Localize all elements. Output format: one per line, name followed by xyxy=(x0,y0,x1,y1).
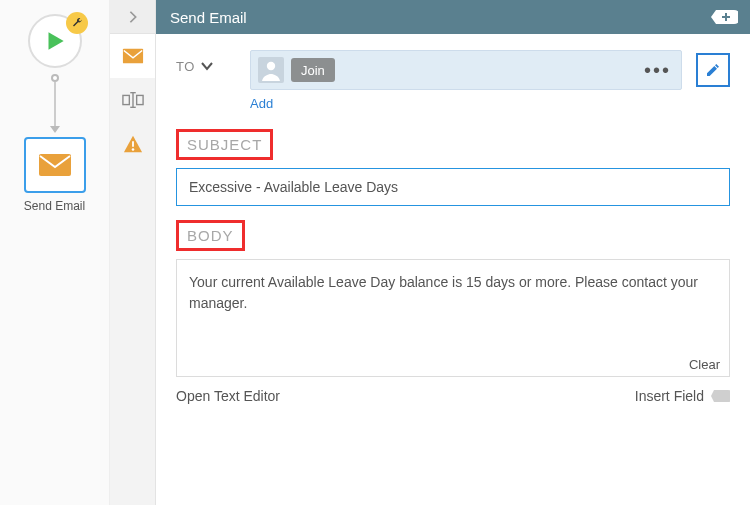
recipient-chip[interactable]: Join xyxy=(291,58,335,82)
subject-label: SUBJECT xyxy=(187,136,262,153)
body-label: BODY xyxy=(187,227,234,244)
body-textarea[interactable] xyxy=(176,259,730,377)
svg-point-12 xyxy=(267,62,275,70)
open-text-editor-link[interactable]: Open Text Editor xyxy=(176,388,280,404)
side-rail xyxy=(110,0,156,505)
rail-tab-field[interactable] xyxy=(110,78,155,122)
rail-tab-warning[interactable] xyxy=(110,122,155,166)
panel-header: Send Email xyxy=(156,0,750,34)
svg-rect-0 xyxy=(39,154,71,176)
field-tag-icon xyxy=(710,389,730,403)
chevron-down-icon xyxy=(201,61,213,71)
details-panel: Send Email TO xyxy=(156,0,750,505)
svg-rect-3 xyxy=(136,95,142,104)
to-expand[interactable] xyxy=(201,58,213,74)
connector-line xyxy=(50,74,60,133)
body-highlight-box: BODY xyxy=(176,220,245,251)
clear-body-link[interactable]: Clear xyxy=(689,357,720,372)
chevron-right-icon xyxy=(128,10,138,24)
send-email-node-label: Send Email xyxy=(24,199,85,213)
svg-point-8 xyxy=(131,148,134,151)
insert-field-link[interactable]: Insert Field xyxy=(635,388,730,404)
to-label: TO xyxy=(176,59,195,74)
wrench-icon xyxy=(71,17,83,29)
start-node[interactable] xyxy=(28,14,82,68)
recipient-chip-area[interactable]: Join ••• xyxy=(250,50,682,90)
rail-tab-email[interactable] xyxy=(110,34,155,78)
collapse-button[interactable] xyxy=(110,0,155,34)
edit-recipients-button[interactable] xyxy=(696,53,730,87)
wrench-badge[interactable] xyxy=(66,12,88,34)
tag-plus-icon xyxy=(710,8,738,26)
add-recipient-link[interactable]: Add xyxy=(250,96,273,111)
svg-rect-2 xyxy=(122,95,128,104)
insert-field-label: Insert Field xyxy=(635,388,704,404)
svg-rect-1 xyxy=(122,49,142,64)
pencil-icon xyxy=(705,62,721,78)
more-recipients-button[interactable]: ••• xyxy=(640,59,675,82)
subject-highlight-box: SUBJECT xyxy=(176,129,273,160)
warning-icon xyxy=(122,134,144,154)
text-field-icon xyxy=(122,90,144,110)
subject-input[interactable] xyxy=(176,168,730,206)
panel-title: Send Email xyxy=(170,9,710,26)
send-email-node[interactable] xyxy=(24,137,86,193)
play-icon xyxy=(42,28,68,54)
recipient-chip-label: Join xyxy=(301,63,325,78)
avatar-icon xyxy=(257,56,285,84)
workflow-canvas: Send Email xyxy=(0,0,110,505)
envelope-icon xyxy=(38,153,72,177)
envelope-icon xyxy=(122,46,144,66)
tag-add-button[interactable] xyxy=(710,8,738,26)
